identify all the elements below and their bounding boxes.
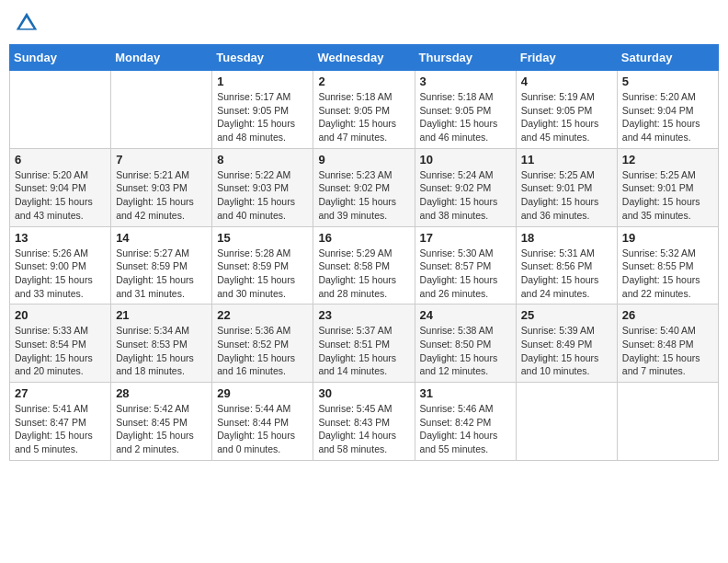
cell-info: Sunrise: 5:40 AM Sunset: 8:48 PM Dayligh…: [622, 324, 713, 378]
day-number: 30: [318, 386, 409, 400]
cell-info: Sunrise: 5:29 AM Sunset: 8:58 PM Dayligh…: [318, 247, 409, 301]
calendar-table: SundayMondayTuesdayWednesdayThursdayFrid…: [9, 44, 719, 461]
calendar-cell: 12Sunrise: 5:25 AM Sunset: 9:01 PM Dayli…: [617, 148, 718, 226]
day-number: 2: [318, 75, 409, 88]
cell-info: Sunrise: 5:26 AM Sunset: 9:00 PM Dayligh…: [15, 247, 106, 301]
calendar-week-row: 20Sunrise: 5:33 AM Sunset: 8:54 PM Dayli…: [10, 304, 719, 383]
day-number: 8: [217, 153, 308, 167]
cell-info: Sunrise: 5:25 AM Sunset: 9:01 PM Dayligh…: [622, 168, 713, 223]
cell-info: Sunrise: 5:38 AM Sunset: 8:50 PM Dayligh…: [420, 324, 511, 378]
day-number: 20: [15, 308, 106, 322]
day-number: 23: [318, 308, 409, 322]
calendar-cell: 22Sunrise: 5:36 AM Sunset: 8:52 PM Dayli…: [212, 304, 313, 383]
calendar-cell: 9Sunrise: 5:23 AM Sunset: 9:02 PM Daylig…: [313, 148, 415, 226]
day-number: 6: [15, 153, 106, 167]
day-number: 29: [217, 386, 308, 400]
calendar-cell: 14Sunrise: 5:27 AM Sunset: 8:59 PM Dayli…: [111, 226, 212, 304]
calendar-cell: 13Sunrise: 5:26 AM Sunset: 9:00 PM Dayli…: [10, 226, 111, 304]
calendar-cell: [516, 383, 617, 461]
calendar-cell: 17Sunrise: 5:30 AM Sunset: 8:57 PM Dayli…: [415, 226, 516, 304]
calendar-cell: 20Sunrise: 5:33 AM Sunset: 8:54 PM Dayli…: [10, 304, 111, 383]
calendar-cell: 26Sunrise: 5:40 AM Sunset: 8:48 PM Dayli…: [617, 304, 718, 383]
cell-info: Sunrise: 5:36 AM Sunset: 8:52 PM Dayligh…: [217, 324, 308, 378]
day-number: 21: [116, 308, 207, 322]
calendar-cell: [111, 71, 212, 149]
calendar-cell: 2Sunrise: 5:18 AM Sunset: 9:05 PM Daylig…: [313, 71, 415, 149]
day-of-week-header: Monday: [111, 45, 212, 71]
logo: [13, 9, 44, 37]
day-number: 22: [217, 308, 308, 322]
cell-info: Sunrise: 5:17 AM Sunset: 9:05 PM Dayligh…: [217, 90, 308, 144]
calendar-cell: [617, 383, 718, 461]
calendar-header-row: SundayMondayTuesdayWednesdayThursdayFrid…: [10, 45, 719, 71]
calendar-cell: 15Sunrise: 5:28 AM Sunset: 8:59 PM Dayli…: [212, 226, 313, 304]
day-of-week-header: Wednesday: [313, 45, 415, 71]
cell-info: Sunrise: 5:24 AM Sunset: 9:02 PM Dayligh…: [420, 168, 511, 223]
cell-info: Sunrise: 5:20 AM Sunset: 9:04 PM Dayligh…: [15, 168, 106, 223]
calendar-cell: 23Sunrise: 5:37 AM Sunset: 8:51 PM Dayli…: [313, 304, 415, 383]
cell-info: Sunrise: 5:19 AM Sunset: 9:05 PM Dayligh…: [521, 90, 612, 144]
calendar-week-row: 27Sunrise: 5:41 AM Sunset: 8:47 PM Dayli…: [10, 383, 719, 461]
day-number: 9: [318, 153, 409, 167]
cell-info: Sunrise: 5:22 AM Sunset: 9:03 PM Dayligh…: [217, 168, 308, 223]
calendar-cell: 25Sunrise: 5:39 AM Sunset: 8:49 PM Dayli…: [516, 304, 617, 383]
day-of-week-header: Saturday: [617, 45, 718, 71]
calendar-cell: 29Sunrise: 5:44 AM Sunset: 8:44 PM Dayli…: [212, 383, 313, 461]
day-of-week-header: Sunday: [10, 45, 111, 71]
cell-info: Sunrise: 5:45 AM Sunset: 8:43 PM Dayligh…: [318, 402, 409, 456]
day-number: 17: [420, 231, 511, 245]
cell-info: Sunrise: 5:46 AM Sunset: 8:42 PM Dayligh…: [420, 402, 511, 456]
cell-info: Sunrise: 5:33 AM Sunset: 8:54 PM Dayligh…: [15, 324, 106, 378]
day-number: 15: [217, 231, 308, 245]
calendar-cell: 10Sunrise: 5:24 AM Sunset: 9:02 PM Dayli…: [415, 148, 516, 226]
calendar-cell: 27Sunrise: 5:41 AM Sunset: 8:47 PM Dayli…: [10, 383, 111, 461]
cell-info: Sunrise: 5:41 AM Sunset: 8:47 PM Dayligh…: [15, 402, 106, 456]
cell-info: Sunrise: 5:44 AM Sunset: 8:44 PM Dayligh…: [217, 402, 308, 456]
day-number: 13: [15, 231, 106, 245]
day-number: 31: [420, 386, 511, 400]
day-number: 4: [521, 75, 612, 88]
calendar-cell: 7Sunrise: 5:21 AM Sunset: 9:03 PM Daylig…: [111, 148, 212, 226]
day-of-week-header: Thursday: [415, 45, 516, 71]
cell-info: Sunrise: 5:18 AM Sunset: 9:05 PM Dayligh…: [420, 90, 511, 144]
cell-info: Sunrise: 5:25 AM Sunset: 9:01 PM Dayligh…: [521, 168, 612, 223]
day-number: 24: [420, 308, 511, 322]
calendar-cell: 21Sunrise: 5:34 AM Sunset: 8:53 PM Dayli…: [111, 304, 212, 383]
day-of-week-header: Friday: [516, 45, 617, 71]
day-number: 11: [521, 153, 612, 167]
day-of-week-header: Tuesday: [212, 45, 313, 71]
logo-icon: [13, 9, 40, 37]
day-number: 3: [420, 75, 511, 88]
cell-info: Sunrise: 5:23 AM Sunset: 9:02 PM Dayligh…: [318, 168, 409, 223]
calendar-cell: 8Sunrise: 5:22 AM Sunset: 9:03 PM Daylig…: [212, 148, 313, 226]
cell-info: Sunrise: 5:42 AM Sunset: 8:45 PM Dayligh…: [116, 402, 207, 456]
day-number: 1: [217, 75, 308, 88]
day-number: 18: [521, 231, 612, 245]
calendar-cell: 4Sunrise: 5:19 AM Sunset: 9:05 PM Daylig…: [516, 71, 617, 149]
page-header: [9, 9, 719, 37]
calendar-cell: 19Sunrise: 5:32 AM Sunset: 8:55 PM Dayli…: [617, 226, 718, 304]
calendar-cell: [10, 71, 111, 149]
day-number: 19: [622, 231, 713, 245]
cell-info: Sunrise: 5:34 AM Sunset: 8:53 PM Dayligh…: [116, 324, 207, 378]
day-number: 5: [622, 75, 713, 88]
cell-info: Sunrise: 5:28 AM Sunset: 8:59 PM Dayligh…: [217, 247, 308, 301]
calendar-cell: 24Sunrise: 5:38 AM Sunset: 8:50 PM Dayli…: [415, 304, 516, 383]
calendar-cell: 18Sunrise: 5:31 AM Sunset: 8:56 PM Dayli…: [516, 226, 617, 304]
cell-info: Sunrise: 5:31 AM Sunset: 8:56 PM Dayligh…: [521, 247, 612, 301]
calendar-cell: 1Sunrise: 5:17 AM Sunset: 9:05 PM Daylig…: [212, 71, 313, 149]
day-number: 26: [622, 308, 713, 322]
day-number: 27: [15, 386, 106, 400]
cell-info: Sunrise: 5:20 AM Sunset: 9:04 PM Dayligh…: [622, 90, 713, 144]
cell-info: Sunrise: 5:39 AM Sunset: 8:49 PM Dayligh…: [521, 324, 612, 378]
calendar-week-row: 1Sunrise: 5:17 AM Sunset: 9:05 PM Daylig…: [10, 71, 719, 149]
calendar-week-row: 13Sunrise: 5:26 AM Sunset: 9:00 PM Dayli…: [10, 226, 719, 304]
day-number: 10: [420, 153, 511, 167]
cell-info: Sunrise: 5:27 AM Sunset: 8:59 PM Dayligh…: [116, 247, 207, 301]
day-number: 14: [116, 231, 207, 245]
day-number: 25: [521, 308, 612, 322]
calendar-cell: 5Sunrise: 5:20 AM Sunset: 9:04 PM Daylig…: [617, 71, 718, 149]
day-number: 7: [116, 153, 207, 167]
cell-info: Sunrise: 5:21 AM Sunset: 9:03 PM Dayligh…: [116, 168, 207, 223]
calendar-cell: 6Sunrise: 5:20 AM Sunset: 9:04 PM Daylig…: [10, 148, 111, 226]
